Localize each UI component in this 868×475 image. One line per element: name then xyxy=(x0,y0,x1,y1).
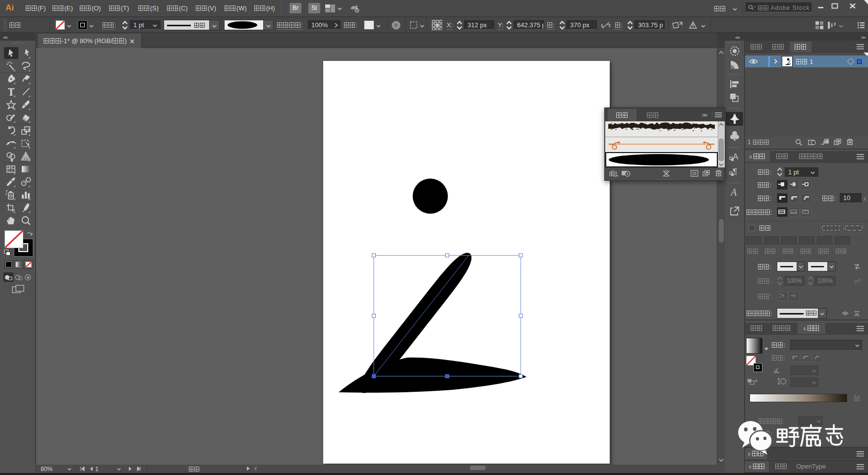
svg-text:A: A xyxy=(730,187,737,198)
